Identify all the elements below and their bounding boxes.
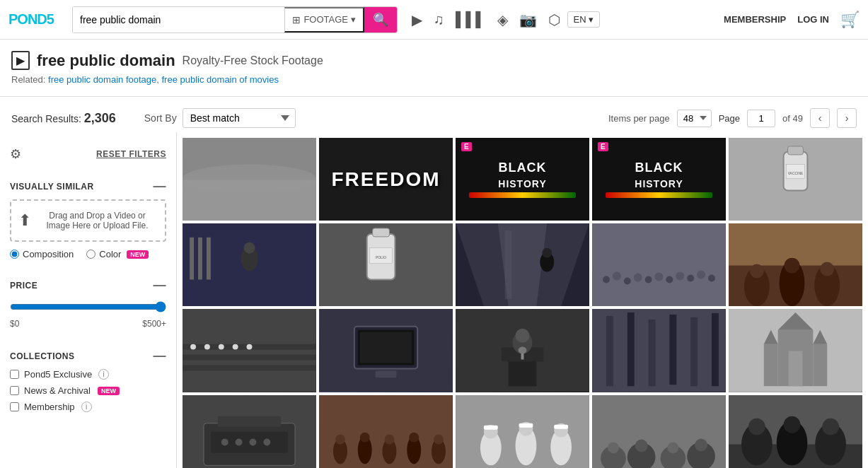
visually-similar-toggle[interactable]: —: [154, 179, 167, 194]
svg-point-122: [748, 418, 765, 435]
membership-info[interactable]: i: [81, 402, 92, 412]
search-input[interactable]: [73, 7, 284, 33]
prev-page-button[interactable]: ‹: [810, 108, 830, 128]
logo[interactable]: POND5: [8, 11, 65, 28]
price-toggle[interactable]: —: [154, 278, 167, 293]
svg-point-40: [750, 264, 764, 279]
grid-item[interactable]: [592, 395, 726, 468]
next-page-button[interactable]: ›: [837, 108, 857, 128]
search-submit-button[interactable]: 🔍: [364, 6, 397, 33]
svg-rect-47: [183, 355, 316, 361]
svg-point-50: [204, 344, 210, 350]
grid-item[interactable]: FREEDOM: [319, 138, 453, 221]
thumbnail: [319, 395, 453, 468]
related-link-movies[interactable]: free public domain of movies: [162, 74, 279, 85]
svg-text:POLIO: POLIO: [376, 256, 386, 259]
pond5-exclusive-info[interactable]: i: [98, 369, 109, 380]
svg-point-32: [666, 276, 673, 283]
grid-item[interactable]: [592, 309, 726, 392]
grid-item[interactable]: [729, 223, 862, 306]
per-page-select[interactable]: 48 24 96: [677, 110, 712, 127]
result-count: Search Results: 2,306: [11, 111, 116, 126]
svg-rect-45: [183, 309, 316, 392]
grid-item[interactable]: [729, 309, 862, 392]
thumbnail: [592, 395, 726, 468]
grid-item[interactable]: [456, 309, 589, 392]
grid-item[interactable]: [319, 395, 453, 468]
svg-point-118: [695, 438, 707, 451]
membership-button[interactable]: MEMBERSHIP: [724, 14, 786, 25]
pond5-exclusive-checkbox[interactable]: Pond5 Exclusive i: [10, 369, 166, 380]
grid-item[interactable]: [729, 395, 862, 468]
svg-point-49: [190, 344, 196, 350]
result-header: ▶ free public domain Royalty-Free Stock …: [0, 40, 868, 89]
membership-checkbox[interactable]: Membership i: [10, 402, 166, 412]
search-type-button[interactable]: ⊞ FOOTAGE ▾: [284, 7, 364, 33]
svg-point-99: [434, 434, 444, 444]
svg-point-53: [247, 344, 253, 350]
video-icon[interactable]: ▶: [412, 11, 422, 28]
svg-rect-68: [627, 312, 635, 386]
grid-item[interactable]: [456, 395, 589, 468]
upload-drop-area[interactable]: ⬆ Drag and Drop a Video or Image Here or…: [10, 199, 166, 242]
filter-icon[interactable]: ⚙: [10, 146, 21, 162]
collections-toggle[interactable]: —: [154, 349, 167, 363]
grid-item[interactable]: BLACK HISTORY E: [456, 138, 589, 221]
price-section: $0 $500+: [0, 298, 176, 339]
grid-item[interactable]: BLACK HISTORY E: [592, 138, 726, 221]
music-icon[interactable]: ♫: [434, 11, 444, 28]
grid-item[interactable]: [183, 395, 316, 468]
svg-rect-69: [649, 320, 656, 386]
grid-item[interactable]: POLIO: [319, 223, 453, 306]
svg-rect-10: [198, 238, 202, 280]
grid-item[interactable]: [183, 223, 316, 306]
pond5-exclusive-label: Pond5 Exclusive: [24, 369, 92, 380]
news-archival-checkbox[interactable]: News & Archival NEW: [10, 385, 166, 396]
svg-point-65: [519, 347, 527, 354]
svg-point-87: [250, 438, 257, 445]
header-icons: ▶ ♫ ▌▌▌ ◈ 📷 ⬡: [412, 11, 560, 28]
thumbnail: [183, 223, 316, 306]
svg-text:VACCINE: VACCINE: [788, 172, 804, 175]
language-selector[interactable]: EN ▾: [567, 11, 600, 28]
cart-icon[interactable]: 🛒: [840, 11, 860, 29]
grid-item[interactable]: VACCINE: [729, 138, 862, 221]
grid-item[interactable]: [592, 223, 726, 306]
visually-similar-label: VISUALLY SIMILAR: [10, 182, 94, 192]
svg-point-85: [221, 438, 228, 445]
svg-rect-57: [360, 332, 412, 363]
related-link-footage[interactable]: free public domain footage: [48, 74, 156, 85]
svg-point-27: [613, 272, 621, 281]
svg-point-116: [667, 442, 678, 453]
svg-point-24: [542, 248, 552, 258]
visually-similar-section: ⬆ Drag and Drop a Video or Image Here or…: [0, 199, 176, 268]
svg-rect-109: [554, 424, 568, 428]
result-title: ▶ free public domain Royalty-Free Stock …: [11, 51, 857, 70]
thumbnail: [592, 309, 726, 392]
svg-rect-83: [218, 416, 281, 426]
thumbnail: [456, 309, 589, 392]
reset-filters-button[interactable]: RESET FILTERS: [96, 149, 166, 159]
photo-icon[interactable]: 📷: [519, 11, 537, 28]
grid-item[interactable]: [319, 309, 453, 392]
3d-icon[interactable]: ⬡: [548, 11, 560, 28]
login-button[interactable]: LOG IN: [797, 14, 829, 25]
collections-label: COLLECTIONS: [10, 351, 75, 361]
audio-icon[interactable]: ▌▌▌: [456, 11, 486, 28]
grid-item[interactable]: [183, 309, 316, 392]
page-input[interactable]: [747, 110, 775, 127]
grid-item[interactable]: [456, 223, 589, 306]
search-type-label: FOOTAGE: [303, 14, 348, 25]
motion-icon[interactable]: ◈: [497, 11, 508, 28]
per-page-label: Items per page: [608, 113, 670, 124]
sort-select[interactable]: Best match Newest Oldest Most Downloaded: [183, 108, 296, 128]
svg-rect-76: [789, 351, 803, 387]
price-range-slider[interactable]: [10, 301, 166, 312]
svg-point-93: [360, 432, 370, 442]
composition-radio[interactable]: Composition: [10, 249, 74, 259]
svg-point-95: [385, 434, 395, 444]
svg-rect-22: [505, 230, 512, 299]
lang-chevron: ▾: [589, 14, 594, 25]
grid-item[interactable]: [183, 138, 316, 221]
color-radio[interactable]: Color NEW: [86, 249, 149, 259]
